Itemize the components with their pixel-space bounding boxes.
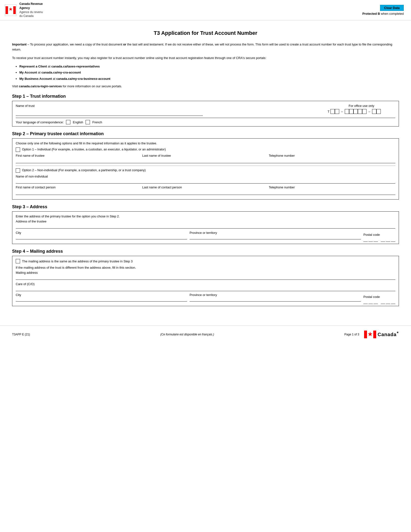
last-name-contact-input[interactable] [142, 190, 269, 195]
logo-area: Canada RevenueAgency Agence du revenudu … [5, 2, 43, 18]
city-label: City [16, 231, 187, 235]
city-col: City [16, 231, 187, 242]
non-individual-field: Name of non-individual [16, 175, 395, 183]
step1-row1: Name of trust For office use only T – [16, 104, 395, 116]
mailing-same-label: The mailing address is the same as the a… [22, 259, 132, 263]
last-name-trustee-input[interactable] [142, 158, 269, 163]
trust-box-6[interactable] [358, 109, 362, 114]
postal-box-2[interactable] [368, 237, 373, 242]
trust-box-7[interactable] [362, 109, 366, 114]
care-of-input[interactable] [16, 286, 395, 291]
first-name-contact-input[interactable] [16, 190, 142, 195]
trust-number-field: T – – [327, 109, 395, 114]
step2-heading: Step 2 – Primary trustee contact informa… [12, 131, 399, 136]
last-name-contact-col: Last name of contact person [142, 185, 269, 195]
office-use-area: For office use only T – – [327, 104, 395, 114]
step1-heading: Step 1 – Trust information [12, 94, 399, 99]
language-row: Your language of correspondence: English… [16, 120, 395, 124]
canada-flag-wordmark [364, 330, 376, 339]
postal-box-5[interactable] [386, 237, 390, 242]
last-name-trustee-col: Last name of trustee [142, 154, 269, 163]
address-trustee-input[interactable] [16, 224, 395, 228]
clear-data-button[interactable]: Clear Data [380, 5, 404, 11]
trust-box-3[interactable] [345, 109, 349, 114]
agency-en2: Agency [19, 6, 30, 10]
name-non-individual-input[interactable] [16, 179, 395, 183]
step4-box: The mailing address is the same as the a… [12, 256, 399, 306]
postal-code-label: Postal code [363, 233, 395, 237]
portal-item-1: Represent a Client at canada.ca/taxes-re… [19, 64, 399, 69]
step4-postal-box-1[interactable] [363, 299, 368, 304]
trust-box-group3 [372, 109, 381, 114]
language-label: Your language of correspondence: [16, 120, 64, 124]
mailing-address-input[interactable] [16, 275, 395, 280]
english-checkbox[interactable] [66, 120, 70, 124]
trust-box-group2 [345, 109, 366, 114]
trust-box-5[interactable] [354, 109, 358, 114]
name-of-trust-area: Name of trust [16, 104, 327, 116]
visit-text: Visit canada.ca/cra-login-services for m… [12, 84, 399, 88]
trust-box-2[interactable] [335, 109, 339, 114]
care-of-field: Care of (C/O) [16, 282, 395, 291]
trust-box-9[interactable] [376, 109, 381, 114]
telephone2-input[interactable] [269, 190, 395, 195]
option1-fields: First name of trustee Last name of trust… [16, 154, 395, 163]
portal-label-2: My Account [19, 71, 37, 74]
postal-boxes [363, 237, 395, 242]
first-name-trustee-input[interactable] [16, 158, 142, 163]
step4-heading: Step 4 – Mailing address [12, 249, 399, 254]
portal-list: Represent a Client at canada.ca/taxes-re… [12, 64, 399, 81]
portal-item-3: My Business Account at canada.ca/my-cra-… [19, 76, 399, 81]
option1-checkbox[interactable] [16, 148, 20, 152]
page-title: T3 Application for Trust Account Number [12, 30, 399, 36]
step4-postal-box-2[interactable] [368, 299, 373, 304]
trust-box-4[interactable] [349, 109, 354, 114]
telephone1-col: Telephone number [269, 154, 395, 163]
portal-url-3: canada.ca/my-cra-business-account [56, 77, 111, 81]
option1-label: Option 1 – Individual (For example, a tr… [22, 148, 166, 151]
postal-box-6[interactable] [391, 237, 395, 242]
footer-french-note: (Ce formulaire est disponible en françai… [160, 333, 214, 336]
last-name-trustee-label: Last name of trustee [142, 154, 269, 158]
top-right: Clear Data Protected B when completed [362, 5, 404, 16]
step4-postal-box-5[interactable] [386, 299, 390, 304]
if-different-text: If the mailing address of the trust is d… [16, 266, 395, 269]
step4-city-input[interactable] [16, 297, 187, 302]
telephone1-input[interactable] [269, 158, 395, 163]
step4-postal-box-6[interactable] [391, 299, 395, 304]
step3-note: Enter the address of the primary trustee… [16, 215, 395, 218]
postal-code-area: Postal code [363, 233, 395, 242]
canada-wordmark-text: Canada★ [378, 332, 399, 337]
option1-row: Option 1 – Individual (For example, a tr… [16, 148, 395, 152]
footer-right-area: Page 1 of 3 Canada★ [344, 330, 399, 339]
step4-province-input[interactable] [189, 297, 361, 302]
step3-location-row: City Province or territory Postal code [16, 231, 395, 242]
city-input[interactable] [16, 235, 187, 239]
french-checkbox[interactable] [86, 120, 90, 124]
french-label: French [92, 120, 102, 124]
step4-postal-boxes [363, 299, 395, 304]
step4-city-label: City [16, 293, 187, 297]
step1-box: Name of trust For office use only T – [12, 101, 399, 126]
mailing-same-checkbox[interactable] [16, 259, 20, 263]
step4-postal-box-4[interactable] [381, 299, 385, 304]
telephone2-col: Telephone number [269, 185, 395, 195]
trust-box-1[interactable] [330, 109, 335, 114]
postal-box-1[interactable] [363, 237, 368, 242]
option2-checkbox[interactable] [16, 168, 20, 173]
name-of-trust-input[interactable] [16, 111, 203, 116]
step4-location-row: City Province or territory Postal code [16, 293, 395, 304]
agency-fr: Agence du revenu [19, 10, 43, 14]
footer-form-code: T3APP E (21) [12, 333, 30, 336]
postal-box-3[interactable] [374, 237, 378, 242]
step4-postal-box-3[interactable] [374, 299, 378, 304]
option2-label: Option 2 – Non-individual (For example, … [22, 168, 146, 172]
telephone2-label: Telephone number [269, 185, 395, 190]
province-input[interactable] [189, 235, 361, 239]
mailing-same-row: The mailing address is the same as the a… [16, 259, 395, 263]
postal-box-4[interactable] [381, 237, 385, 242]
first-name-contact-col: First name of contact person [16, 185, 142, 195]
intro-para1: Important – To process your application,… [12, 42, 399, 52]
t-label: T [327, 110, 329, 114]
trust-box-8[interactable] [372, 109, 376, 114]
